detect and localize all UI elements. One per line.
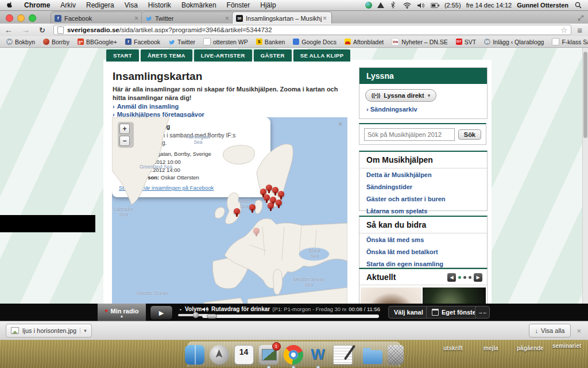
- bookmark-banken[interactable]: SBanken: [252, 39, 289, 45]
- valj-kanal-button[interactable]: Välj kanal: [388, 306, 429, 319]
- zoom-in-button[interactable]: +: [119, 124, 130, 134]
- tab-start[interactable]: START: [106, 49, 139, 62]
- sandningsarkiv-link[interactable]: › Sändningsarkiv: [366, 106, 487, 113]
- app-status-globe-icon[interactable]: [365, 2, 372, 9]
- menubar-item-historik[interactable]: Historik: [143, 1, 176, 9]
- reload-button[interactable]: ↻: [34, 26, 50, 34]
- tab-twitter[interactable]: Twitter ×: [141, 12, 234, 24]
- menubar-clock[interactable]: fre 14 dec 14:12: [466, 2, 512, 9]
- map-pin[interactable]: [264, 194, 270, 201]
- bookmark-facebook[interactable]: fFacebook: [121, 39, 164, 45]
- chrome-dock-icon[interactable]: [284, 345, 303, 365]
- bookmark-star-icon[interactable]: ☆: [561, 26, 568, 34]
- textedit-dock-icon[interactable]: [333, 345, 353, 365]
- menubar-item-bokmarken[interactable]: Bokmärken: [176, 1, 222, 9]
- zoom-out-button[interactable]: −: [119, 136, 130, 146]
- apple-menu[interactable]: [0, 1, 19, 9]
- bookmark-qlarablogg[interactable]: WInlägg ‹ Qlarablogg: [480, 39, 548, 45]
- tab-close-icon[interactable]: ×: [322, 14, 328, 22]
- om-link-latarna[interactable]: Låtarna som spelats: [359, 205, 487, 217]
- bookmark-bbgoogleplus[interactable]: g+BBGoogle+: [74, 39, 121, 45]
- volume-knob[interactable]: [193, 312, 199, 318]
- tab-insamlingskartan[interactable]: SR Insamlingskartan – Musikhjä ×: [232, 12, 332, 24]
- fast-user-switch[interactable]: Gunnel Ottersten: [517, 2, 568, 9]
- map-pin[interactable]: [234, 208, 240, 214]
- chrome-menu-icon[interactable]: ≡: [575, 25, 588, 35]
- finder-dock-icon[interactable]: [185, 345, 204, 365]
- tab-gaster[interactable]: GÄSTER: [254, 49, 292, 62]
- carousel-dot[interactable]: [469, 276, 471, 279]
- close-window-button[interactable]: [6, 14, 13, 22]
- bookmark-dn[interactable]: DNNyheter – DN.SE: [388, 38, 452, 45]
- bookmark-google-docs[interactable]: Google Docs: [289, 39, 341, 45]
- bidra-link-sms[interactable]: Önska låt med sms: [359, 233, 487, 246]
- min-radio-tab[interactable]: ♥Min radio ▲: [98, 304, 146, 321]
- menubar-item-arkiv[interactable]: Arkiv: [55, 1, 81, 9]
- om-link-sandningstider[interactable]: Sändningstider: [359, 181, 487, 193]
- menubar-item-visa[interactable]: Visa: [119, 1, 143, 9]
- om-link-detta[interactable]: Detta är Musikhjälpen: [359, 168, 487, 181]
- bookmark-ottersten-wp[interactable]: ottersten WP: [199, 38, 252, 45]
- carousel-prev-button[interactable]: ◀: [447, 273, 456, 282]
- calendar-dock-icon[interactable]: 14: [234, 345, 254, 365]
- forward-button[interactable]: →: [17, 25, 34, 34]
- map-pin[interactable]: [272, 187, 278, 193]
- zoom-window-button[interactable]: [29, 14, 36, 22]
- page-scrollbar[interactable]: [582, 47, 588, 321]
- desktop-file-utskrift[interactable]: utskrift: [443, 345, 463, 351]
- bookmark-bokbyn[interactable]: WBokbyn: [2, 39, 39, 45]
- menubar-item-hjalp[interactable]: Hjälp: [255, 1, 281, 9]
- search-input[interactable]: [364, 128, 455, 141]
- desktop-file-mejla[interactable]: mejla: [483, 345, 498, 351]
- wifi-icon[interactable]: [403, 2, 412, 9]
- volume-down[interactable]: -: [180, 306, 181, 312]
- scrollbar-thumb[interactable]: [583, 52, 587, 138]
- insamlings-map[interactable]: Greenland Sea Norwegian Sea Labrador Sea…: [112, 117, 347, 321]
- tab-facebook[interactable]: f Facebook ×: [51, 12, 144, 24]
- seek-bar[interactable]: [202, 315, 379, 318]
- address-bar[interactable]: sverigesradio.se/sida/artikel.aspx?progr…: [53, 25, 571, 35]
- popup-close-icon[interactable]: ×: [338, 120, 342, 128]
- fullscreen-icon[interactable]: ⤢: [578, 14, 583, 22]
- volume-icon[interactable]: [417, 2, 425, 9]
- bookmark-svt[interactable]: SVTSVT: [452, 39, 480, 45]
- trash-dock-icon[interactable]: [388, 345, 404, 365]
- map-pin[interactable]: [278, 191, 284, 197]
- spotlight-icon[interactable]: [574, 2, 582, 9]
- tab-arets-tema[interactable]: ÅRETS TEMA: [141, 49, 192, 62]
- bookmark-borrby[interactable]: Borrby: [39, 39, 74, 45]
- map-pin[interactable]: [249, 204, 256, 210]
- bookmark-aftonbladet[interactable]: Aftonbladet: [341, 39, 388, 45]
- desktop-file-seminariet[interactable]: seminariet: [552, 343, 581, 349]
- search-button[interactable]: Sök: [458, 129, 481, 140]
- battery-icon[interactable]: [431, 2, 439, 9]
- download-item[interactable]: ljus i horisonten.jpg ▾: [6, 324, 92, 338]
- tab-live-artister[interactable]: LIVE-ARTISTER: [194, 49, 252, 62]
- play-button[interactable]: ▶: [150, 305, 173, 320]
- collapse-player-button[interactable]: →←: [475, 306, 490, 319]
- seek-knob[interactable]: [207, 314, 217, 319]
- lyssna-direkt-button[interactable]: ((•)) Lyssna direkt ▾: [365, 89, 436, 102]
- bluetooth-icon[interactable]: [389, 2, 398, 9]
- back-button[interactable]: ←: [0, 25, 17, 34]
- desktop-file-pagaende[interactable]: pågående: [517, 345, 544, 351]
- folder-dock-icon[interactable]: [363, 350, 382, 364]
- menubar-item-redigera[interactable]: Redigera: [81, 1, 119, 9]
- menubar-item-chrome[interactable]: Chrome: [19, 1, 55, 9]
- carousel-next-button[interactable]: ▶: [474, 273, 482, 282]
- map-pin-faded[interactable]: [253, 228, 260, 234]
- close-download-bar-icon[interactable]: ×: [571, 327, 588, 335]
- carousel-dot[interactable]: [463, 276, 466, 279]
- bidra-link-betalkort[interactable]: Önska låt med betalkort: [359, 246, 487, 258]
- iphoto-dock-icon[interactable]: 1: [259, 345, 278, 365]
- minimize-window-button[interactable]: [17, 14, 25, 22]
- map-pin[interactable]: [268, 202, 274, 209]
- tab-close-icon[interactable]: ×: [224, 14, 230, 22]
- chevron-down-icon[interactable]: ▾: [80, 328, 87, 334]
- tab-se-alla-klipp[interactable]: SE ALLA KLIPP: [293, 49, 351, 62]
- om-link-gaster[interactable]: Gäster och artister i buren: [359, 193, 487, 205]
- link-anmal-insamling[interactable]: ›Anmäl din insamling: [113, 103, 179, 110]
- show-all-downloads-button[interactable]: ↓ Visa alla: [529, 324, 571, 338]
- map-pin[interactable]: [276, 200, 282, 206]
- tab-close-icon[interactable]: ×: [133, 14, 140, 22]
